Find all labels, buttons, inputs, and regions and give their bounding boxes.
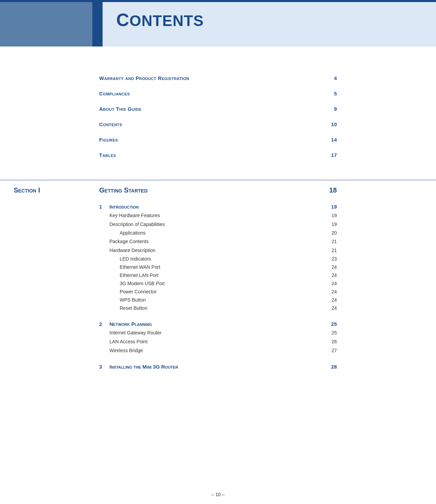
sub2-reset-button: Reset Button 24: [99, 304, 337, 312]
toc-top-section: Warranty and Product Registration 4 Comp…: [0, 60, 436, 173]
sub2-page-ethernet-wan: 24: [327, 264, 337, 270]
sub-wireless-bridge: Wireless Bridge 27: [99, 346, 337, 355]
sub2-title-reset-button: Reset Button: [120, 305, 327, 311]
section-i-label: Section I: [14, 186, 99, 194]
toc-item-contents: Contents 10: [99, 117, 337, 132]
chapter-2-title: Network Planning: [109, 321, 327, 327]
sub-lan-access-point: LAN Access Point 26: [99, 337, 337, 346]
sub2-title-power-connector: Power Connector: [120, 289, 327, 294]
sub2-title-ethernet-lan: Ethernet LAN Port: [120, 273, 327, 278]
sub2-applications: Applications 20: [99, 229, 337, 237]
sub-hardware-description: Hardware Description 21: [99, 246, 337, 255]
section-i-title: Getting Started: [99, 186, 323, 194]
toc-title-about: About This Guide: [99, 106, 142, 112]
toc-page-tables: 17: [327, 152, 337, 158]
footer-text: – 10 –: [211, 492, 225, 497]
sub-page-description: 19: [327, 222, 337, 227]
toc-page-about: 9: [327, 106, 337, 112]
chapter-2-num: 2: [99, 321, 109, 327]
footer: – 10 –: [0, 492, 436, 497]
sub-page-wireless-bridge: 27: [327, 348, 337, 353]
section-i-page: 18: [323, 186, 337, 194]
toc-page-contents: 10: [327, 121, 337, 127]
toc-title-compliances: Compliances: [99, 91, 130, 96]
sub2-title-3g-modem: 3G Modem USB Port: [120, 281, 327, 286]
chapter-1-row: 1 Introduction 19: [99, 200, 337, 211]
sub2-page-ethernet-lan: 24: [327, 273, 337, 278]
chapter-3-num: 3: [99, 364, 109, 370]
toc-item-compliances: Compliances 5: [99, 86, 337, 101]
sub-page-package-contents: 21: [327, 239, 337, 244]
sub2-ethernet-lan: Ethernet LAN Port 24: [99, 271, 337, 279]
header-center-bar: [92, 2, 103, 47]
chapter-3-title: Installing the Mini 3G Router: [109, 364, 327, 370]
sub-key-hardware: Key Hardware Features 19: [99, 211, 337, 220]
sub2-page-power-connector: 24: [327, 289, 337, 294]
sub2-page-3g-modem: 24: [327, 281, 337, 286]
header: CONTENTS: [0, 2, 436, 47]
sub-title-description: Description of Capabilities: [109, 222, 327, 227]
toc-page-compliances: 5: [327, 91, 337, 96]
chapter-1-title: Introduction: [109, 204, 327, 210]
sub-title-internet-gateway: Internet Gateway Router: [109, 330, 327, 335]
sub2-page-applications: 20: [327, 230, 337, 236]
sub2-page-led: 23: [327, 256, 337, 262]
sub-title-key-hardware: Key Hardware Features: [109, 213, 327, 218]
sub-page-hardware-description: 21: [327, 248, 337, 253]
sub2-title-led: LED Indicators: [120, 256, 327, 262]
sub2-led: LED Indicators 23: [99, 255, 337, 263]
toc-title-figures: Figures: [99, 137, 118, 143]
toc-item-warranty: Warranty and Product Registration 4: [99, 70, 337, 86]
header-left-panel: [0, 2, 92, 47]
chapter-area: 1 Introduction 19 Key Hardware Features …: [0, 200, 436, 371]
toc-title-warranty: Warranty and Product Registration: [99, 75, 189, 81]
sub2-page-reset-button: 24: [327, 305, 337, 311]
chapter-2-page: 25: [327, 321, 337, 327]
sub2-wps-button: WPS Button 24: [99, 296, 337, 304]
toc-title-contents: Contents: [99, 121, 122, 127]
chapter-1-num: 1: [99, 204, 109, 210]
sub2-title-wps-button: WPS Button: [120, 297, 327, 303]
sub-title-wireless-bridge: Wireless Bridge: [109, 348, 327, 353]
header-right-panel: CONTENTS: [103, 2, 436, 47]
chapter-1-page: 19: [327, 204, 337, 210]
toc-page-figures: 14: [327, 137, 337, 143]
sub2-title-applications: Applications: [120, 230, 327, 236]
sub2-title-ethernet-wan: Ethernet WAN Port: [120, 264, 327, 270]
sub-title-hardware-description: Hardware Description: [109, 248, 327, 253]
sub2-power-connector: Power Connector 24: [99, 288, 337, 296]
toc-item-tables: Tables 17: [99, 147, 337, 163]
toc-page-warranty: 4: [327, 75, 337, 81]
sub-internet-gateway: Internet Gateway Router 25: [99, 328, 337, 337]
main-content: Warranty and Product Registration 4 Comp…: [0, 47, 436, 385]
sub2-ethernet-wan: Ethernet WAN Port 24: [99, 263, 337, 271]
chapter-3-row: 3 Installing the Mini 3G Router 28: [99, 360, 337, 371]
section-i-row: Section I Getting Started 18: [0, 180, 436, 200]
sub-page-lan-access-point: 26: [327, 339, 337, 344]
chapter-2-row: 2 Network Planning 25: [99, 318, 337, 328]
sub2-page-wps-button: 24: [327, 297, 337, 303]
chapter-3-page: 28: [327, 364, 337, 370]
toc-title-tables: Tables: [99, 152, 116, 158]
sub-page-key-hardware: 19: [327, 213, 337, 218]
toc-item-about: About This Guide 9: [99, 101, 337, 117]
sub-description: Description of Capabilities 19: [99, 220, 337, 229]
toc-item-figures: Figures 14: [99, 132, 337, 147]
sub2-3g-modem: 3G Modem USB Port 24: [99, 279, 337, 288]
page-title: CONTENTS: [116, 10, 204, 30]
sub-page-internet-gateway: 25: [327, 330, 337, 335]
sub-title-lan-access-point: LAN Access Point: [109, 339, 327, 344]
sub-package-contents: Package Contents 21: [99, 237, 337, 246]
sub-title-package-contents: Package Contents: [109, 239, 327, 244]
